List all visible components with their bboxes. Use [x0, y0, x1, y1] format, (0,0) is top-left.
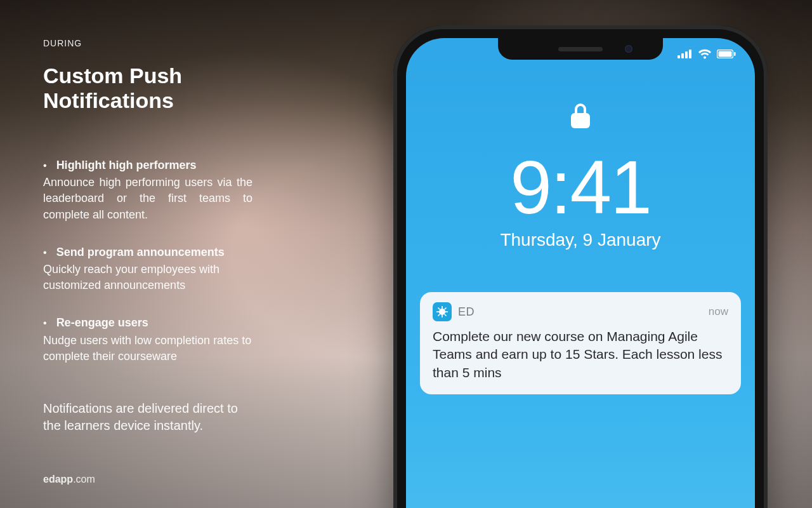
speaker-icon: [558, 47, 603, 51]
slide: DURING Custom Push Notifications • Highl…: [0, 0, 812, 508]
notification-app-name: ED: [458, 305, 702, 319]
svg-rect-3: [689, 50, 691, 58]
bullet-dot-icon: •: [43, 246, 47, 260]
svg-rect-6: [734, 52, 736, 56]
svg-line-15: [445, 308, 447, 310]
bullet-body: Nudge users with low completion rates to…: [43, 333, 252, 364]
svg-rect-5: [719, 51, 732, 57]
svg-rect-0: [678, 55, 680, 58]
eyebrow-label: DURING: [43, 38, 310, 48]
svg-point-8: [439, 309, 445, 315]
lock-screen: 9:41 Thursday, 9 January: [406, 102, 755, 250]
camera-icon: [625, 45, 632, 53]
phone-mockup: 9:41 Thursday, 9 January ED now Complete…: [393, 25, 768, 508]
battery-icon: [717, 50, 736, 58]
svg-line-14: [445, 314, 447, 316]
bullet-heading: Send program announcements: [56, 246, 225, 258]
bullet-body: Announce high performing users via the l…: [43, 175, 252, 223]
bullet-item: • Highlight high performers Announce hig…: [43, 157, 252, 223]
notification-header: ED now: [433, 302, 728, 321]
lock-icon: [406, 102, 755, 132]
bullet-list: • Highlight high performers Announce hig…: [43, 157, 310, 364]
svg-line-13: [438, 308, 440, 310]
svg-rect-1: [681, 53, 684, 58]
footer-brand: edapp.com: [43, 474, 95, 485]
notification-timestamp: now: [709, 305, 728, 318]
closing-text: Notifications are delivered direct to th…: [43, 400, 259, 434]
brand-domain: .com: [73, 474, 95, 485]
notification-card: ED now Complete our new course on Managi…: [420, 292, 741, 394]
signal-icon: [678, 50, 693, 58]
wifi-icon: [698, 49, 712, 59]
bullet-heading: Re-engage users: [56, 316, 148, 329]
lock-date: Thursday, 9 January: [406, 230, 755, 250]
bullet-body: Quickly reach your employees with custom…: [43, 262, 252, 293]
bullet-dot-icon: •: [43, 316, 47, 330]
svg-rect-7: [571, 113, 590, 128]
lock-time: 9:41: [406, 150, 755, 225]
notification-body: Complete our new course on Managing Agil…: [433, 328, 728, 382]
phone-screen: 9:41 Thursday, 9 January ED now Complete…: [406, 38, 755, 508]
bullet-item: • Re-engage users Nudge users with low c…: [43, 315, 252, 364]
bullet-heading: Highlight high performers: [56, 159, 197, 171]
text-panel: DURING Custom Push Notifications • Highl…: [43, 38, 310, 434]
bullet-dot-icon: •: [43, 159, 47, 173]
bullet-item: • Send program announcements Quickly rea…: [43, 244, 252, 294]
phone-notch: [498, 38, 663, 60]
svg-line-16: [438, 314, 440, 316]
svg-rect-2: [685, 51, 688, 58]
notification-app-icon: [433, 302, 452, 321]
page-title: Custom Push Notifications: [43, 64, 310, 113]
brand-name: edapp: [43, 474, 73, 485]
